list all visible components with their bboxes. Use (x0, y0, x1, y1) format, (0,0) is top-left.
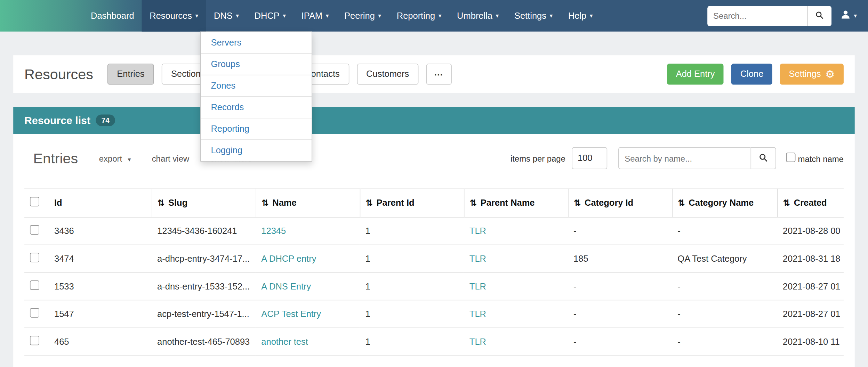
cell-created: 2021-08-31 18 (777, 245, 844, 272)
parent-link[interactable]: TLR (469, 337, 486, 346)
nav-ipam[interactable]: IPAM▾ (294, 0, 336, 32)
resource-list-panel: Entries export ▾ chart view show filters… (13, 134, 855, 367)
col-name[interactable]: ⇅Name (256, 188, 360, 217)
entry-link[interactable]: A DHCP entry (261, 254, 316, 263)
settings-button[interactable]: Settings⚙ (780, 64, 844, 84)
cell-parent-name: TLR (464, 300, 568, 328)
row-checkbox[interactable] (30, 308, 39, 318)
caret-down-icon: ▾ (236, 12, 239, 19)
caret-down-icon: ▾ (326, 12, 329, 19)
table-row: 3474 a-dhcp-entry-3474-17... A DHCP entr… (24, 245, 844, 272)
ellipsis-icon: ⋯ (434, 70, 444, 79)
col-label: Category Name (689, 198, 754, 207)
user-icon (841, 9, 851, 22)
col-label: Category Id (585, 198, 633, 207)
match-name-checkbox[interactable] (786, 153, 796, 162)
nav-label: Settings (514, 11, 546, 21)
tab-entries[interactable]: Entries (107, 64, 154, 84)
cell-category-name: - (672, 300, 777, 328)
name-search-input[interactable] (619, 147, 751, 169)
export-menu[interactable]: export ▾ (99, 154, 131, 163)
row-checkbox[interactable] (30, 253, 39, 262)
col-label: Parent Id (377, 198, 415, 207)
col-parent-id[interactable]: ⇅Parent Id (360, 188, 464, 217)
parent-link[interactable]: TLR (469, 309, 486, 318)
row-select-cell (24, 272, 49, 300)
navbar-right: ▾ (708, 0, 857, 32)
caret-down-icon: ▾ (378, 12, 381, 19)
cell-slug: another-test-465-70893 (152, 328, 256, 356)
col-label: Name (272, 198, 296, 207)
col-slug[interactable]: ⇅Slug (152, 188, 256, 217)
nav-dhcp[interactable]: DHCP▾ (247, 0, 294, 32)
row-checkbox[interactable] (30, 280, 39, 290)
entries-toolbar-right: items per page match name (511, 147, 844, 169)
table-row: 465 another-test-465-70893 another test … (24, 328, 844, 356)
cell-created: 2021-08-27 01 (777, 300, 844, 328)
nav-settings[interactable]: Settings▾ (507, 0, 561, 32)
dns-menu-groups[interactable]: Groups (201, 54, 312, 75)
cell-category-id: - (568, 272, 672, 300)
nav-label: Umbrella (457, 11, 492, 21)
caret-down-icon: ▾ (854, 12, 857, 19)
search-icon (759, 153, 768, 163)
dns-menu-zones[interactable]: Zones (201, 75, 312, 97)
cell-parent-name: TLR (464, 217, 568, 245)
cell-parent-id: 1 (360, 328, 464, 356)
col-parent-name[interactable]: ⇅Parent Name (464, 188, 568, 217)
clone-button[interactable]: Clone (731, 64, 772, 84)
entry-link[interactable]: A DNS Entry (261, 281, 311, 291)
nav-reporting[interactable]: Reporting▾ (389, 0, 449, 32)
nav-dashboard[interactable]: Dashboard (83, 0, 142, 32)
row-checkbox[interactable] (30, 336, 39, 345)
sort-icon: ⇅ (365, 198, 372, 207)
add-entry-button[interactable]: Add Entry (667, 64, 724, 84)
col-category-id[interactable]: ⇅Category Id (568, 188, 672, 217)
nav-dns[interactable]: DNS▾ (206, 0, 247, 32)
items-per-page-input[interactable] (572, 147, 608, 169)
match-name-option: match name (786, 153, 844, 164)
caret-down-icon: ▾ (128, 156, 131, 162)
header-select-all (24, 188, 49, 217)
resources-toolbar: Resources Entries Sections Contacts Cust… (13, 55, 855, 93)
nav-resources[interactable]: Resources▾ (142, 0, 206, 32)
cell-parent-id: 1 (360, 300, 464, 328)
nav-help[interactable]: Help▾ (561, 0, 601, 32)
nav-umbrella[interactable]: Umbrella▾ (449, 0, 507, 32)
chart-view-link[interactable]: chart view (152, 154, 189, 163)
nav-peering[interactable]: Peering▾ (337, 0, 389, 32)
entry-link[interactable]: another test (261, 337, 308, 346)
cell-slug: acp-test-entry-1547-1... (152, 300, 256, 328)
cell-created: 2021-08-10 11 (777, 328, 844, 356)
entries-table-wrap: Id ⇅Slug ⇅Name ⇅Parent Id ⇅Parent Name ⇅… (24, 188, 844, 356)
parent-link[interactable]: TLR (469, 281, 486, 291)
entry-link[interactable]: ACP Test Entry (261, 309, 321, 318)
parent-link[interactable]: TLR (469, 254, 486, 263)
caret-down-icon: ▾ (496, 12, 499, 19)
name-search-button[interactable] (751, 147, 776, 169)
col-id: Id (49, 188, 152, 217)
more-tabs-button[interactable]: ⋯ (426, 64, 452, 84)
parent-link[interactable]: TLR (469, 226, 486, 235)
select-all-checkbox[interactable] (30, 197, 39, 206)
dns-menu-reporting[interactable]: Reporting (201, 119, 312, 140)
name-search-group (619, 147, 777, 169)
nav-label: Resources (150, 11, 192, 21)
global-search-input[interactable] (708, 6, 807, 26)
gear-icon: ⚙ (825, 69, 835, 79)
dns-menu-records[interactable]: Records (201, 97, 312, 119)
row-select-cell (24, 245, 49, 272)
dns-menu-servers[interactable]: Servers (201, 32, 312, 54)
row-checkbox[interactable] (30, 225, 39, 235)
caret-down-icon: ▾ (550, 12, 553, 19)
nav-label: Peering (344, 11, 375, 21)
global-search-button[interactable] (807, 6, 832, 26)
user-menu[interactable]: ▾ (841, 9, 857, 22)
dns-menu-logging[interactable]: Logging (201, 140, 312, 161)
row-select-cell (24, 328, 49, 356)
col-label: Parent Name (481, 198, 535, 207)
col-created[interactable]: ⇅Created (777, 188, 844, 217)
entry-link[interactable]: 12345 (261, 226, 286, 235)
col-category-name[interactable]: ⇅Category Name (672, 188, 777, 217)
tab-customers[interactable]: Customers (357, 64, 418, 84)
